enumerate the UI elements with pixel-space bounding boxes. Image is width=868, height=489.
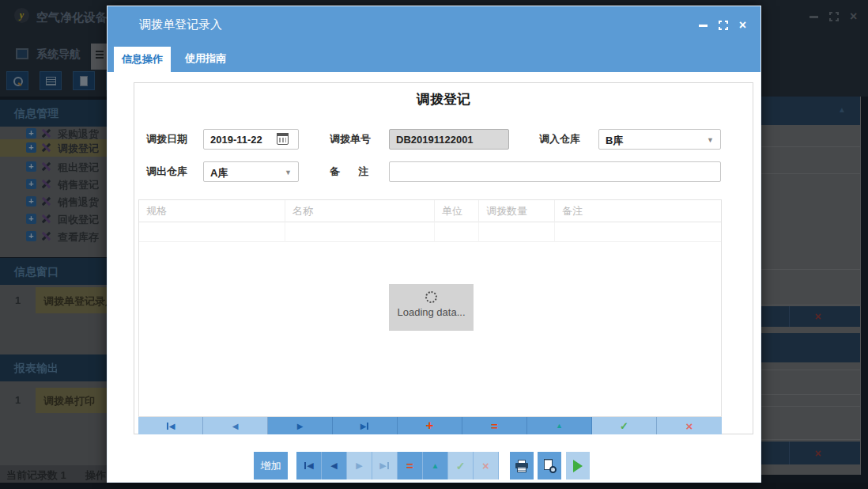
expand-plus-icon[interactable]: +	[26, 161, 36, 172]
app-logo-icon: y	[14, 8, 29, 23]
dialog-tabbar: 信息操作 使用指南	[108, 44, 760, 72]
divider	[860, 97, 861, 475]
expand-plus-icon[interactable]: +	[26, 128, 36, 138]
expand-plus-icon[interactable]: +	[26, 214, 36, 224]
tab-system-navigation[interactable]: 系统导航	[36, 47, 81, 62]
tree-item-sales[interactable]: + 销售登记	[0, 176, 107, 193]
preview-magnifier-icon	[543, 459, 557, 473]
section-report-output[interactable]: 报表输出	[0, 354, 107, 381]
delete-x-icon[interactable]: ×	[815, 447, 821, 460]
grid-header-row: 规格 名称 单位 调拨数量 备注	[139, 200, 721, 222]
tree-item-view-stock[interactable]: + 查看库存	[0, 228, 107, 245]
minimize-icon[interactable]	[699, 25, 708, 27]
divider	[761, 269, 860, 270]
pager-edit-button[interactable]: ▲	[527, 417, 592, 434]
expand-plus-icon[interactable]: +	[26, 196, 36, 207]
col-name[interactable]: 名称	[285, 200, 435, 222]
nav-next-button[interactable]: ▶	[347, 452, 372, 480]
empty-grid-row[interactable]	[139, 222, 721, 242]
tab-info-operation[interactable]: 信息操作	[114, 47, 171, 72]
table-icon	[46, 77, 56, 85]
col-unit[interactable]: 单位	[435, 200, 479, 222]
tree-item-rent-out[interactable]: + 租出登记	[0, 158, 107, 176]
pager-prev-button[interactable]: ◀	[203, 417, 268, 434]
info-window-row[interactable]: 1 调拨单登记录入	[0, 287, 107, 313]
expand-plus-icon[interactable]: +	[26, 142, 36, 153]
order-no-input	[389, 129, 509, 150]
section-info-window[interactable]: 信息窗口	[0, 258, 107, 285]
restore-icon[interactable]	[829, 12, 839, 21]
col-spec[interactable]: 规格	[139, 200, 285, 222]
bottom-window-edge	[0, 483, 868, 489]
right-panel	[761, 97, 860, 475]
pager-add-button[interactable]: +	[398, 417, 462, 434]
warehouse-out-label: 调出仓库	[146, 161, 187, 182]
nav-prev-button[interactable]: ◀	[322, 452, 347, 480]
collapse-arrow-icon[interactable]: ▲	[838, 105, 846, 114]
right-panel-header[interactable]: ▲	[761, 97, 860, 125]
loading-indicator: Loading data...	[389, 284, 474, 331]
minimize-icon[interactable]	[810, 16, 818, 18]
status-operation: 操作	[85, 468, 106, 483]
dialog-window-controls: ×	[699, 20, 746, 31]
delete-x-icon[interactable]: ×	[815, 310, 821, 323]
tree-item-transfer-selected[interactable]: + 调拨登记	[0, 139, 107, 157]
warehouse-in-select[interactable]: B库 ▼	[598, 129, 721, 150]
nav-last-button[interactable]: ▶	[372, 452, 398, 480]
divider	[789, 442, 790, 464]
status-record-count: 当前记录数 1	[6, 468, 66, 483]
pager-delete-button[interactable]: =	[462, 417, 527, 434]
col-quantity[interactable]: 调拨数量	[479, 200, 555, 222]
report-row-label-cell[interactable]: 调拨单打印	[36, 388, 107, 413]
calendar-icon[interactable]	[277, 133, 289, 145]
pager-cancel-button[interactable]: ×	[657, 417, 722, 434]
tree-item-sales-return[interactable]: + 销售退货	[0, 193, 107, 210]
tab-user-guide[interactable]: 使用指南	[177, 44, 234, 72]
form-heading: 调拨登记	[134, 90, 753, 108]
divider	[761, 173, 860, 174]
toolbar-document-button[interactable]	[73, 71, 95, 90]
right-action-bar: ×	[761, 306, 860, 327]
remark-label: 备 注	[330, 161, 372, 182]
pager-first-button[interactable]: ◀	[138, 417, 203, 434]
divider	[789, 306, 790, 327]
tool-icon	[41, 196, 51, 207]
confirm-button[interactable]: ✓	[448, 452, 474, 480]
pager-next-button[interactable]: ▶	[268, 417, 333, 434]
divider	[761, 146, 860, 147]
nav-first-button[interactable]: ◀	[296, 452, 322, 480]
print-preview-button[interactable]	[538, 452, 561, 480]
toolbar-table-button[interactable]	[40, 71, 62, 90]
pager-confirm-button[interactable]: ✓	[592, 417, 657, 434]
report-row[interactable]: 1 调拨单打印	[0, 388, 107, 413]
transfer-entry-dialog: 调拨单登记录入 × 信息操作 使用指南 调拨登记 调拨日期 调拨单号 调入仓库 …	[107, 6, 761, 483]
spinner-icon	[425, 291, 437, 303]
divider	[761, 439, 860, 440]
remark-input[interactable]	[389, 161, 721, 182]
add-record-button[interactable]: 增加	[254, 452, 288, 480]
list-icon	[96, 51, 104, 59]
cancel-button[interactable]: ×	[474, 452, 499, 480]
date-label: 调拨日期	[146, 129, 187, 150]
section-info-management[interactable]: 信息管理	[0, 100, 107, 127]
run-button[interactable]	[566, 452, 590, 480]
toolbar-search-button[interactable]	[6, 71, 28, 90]
info-window-row-label-cell[interactable]: 调拨单登记录入	[36, 287, 107, 313]
warehouse-out-select[interactable]: A库 ▼	[203, 161, 299, 182]
screen: y 空气净化设备 × 系统导航 信息管理 + 采购退货 + 调拨登记 +	[0, 0, 868, 489]
right-panel-header-2[interactable]	[761, 333, 860, 362]
expand-plus-icon[interactable]: +	[26, 231, 36, 241]
warehouse-in-label: 调入仓库	[539, 129, 580, 150]
edit-row-button[interactable]: ▲	[423, 452, 448, 480]
dialog-title: 调拨单登记录入	[139, 17, 222, 32]
expand-plus-icon[interactable]: +	[26, 179, 36, 189]
close-icon[interactable]: ×	[850, 11, 857, 22]
col-remark[interactable]: 备注	[555, 200, 721, 222]
close-icon[interactable]: ×	[739, 20, 746, 31]
maximize-icon[interactable]	[719, 21, 728, 30]
pager-last-button[interactable]: ▶	[333, 417, 398, 434]
tree-item-recycle[interactable]: + 回收登记	[0, 210, 107, 228]
delete-row-button[interactable]: =	[398, 452, 423, 480]
form-panel: 调拨登记 调拨日期 调拨单号 调入仓库 B库 ▼ 调出仓库 A库 ▼ 备 注	[134, 82, 753, 434]
print-button[interactable]	[510, 452, 534, 480]
